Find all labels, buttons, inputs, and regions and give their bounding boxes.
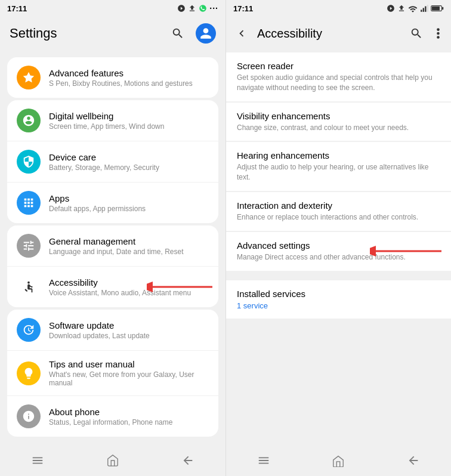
digital-wellbeing-title: Digital wellbeing	[49, 111, 209, 121]
apps-item[interactable]: Apps Default apps, App permissions	[7, 183, 218, 223]
advanced-features-text: Advanced features S Pen, Bixby Routines,…	[49, 68, 209, 88]
nav-home-icon	[106, 454, 119, 467]
left-status-icons: ···	[177, 4, 218, 13]
svg-rect-4	[421, 10, 422, 12]
camera-icon	[177, 4, 186, 13]
right-nav-back-button[interactable]	[400, 447, 427, 474]
svg-rect-9	[432, 7, 440, 11]
digital-wellbeing-icon-wrap	[17, 109, 41, 132]
wellbeing-card: Digital wellbeing Screen time, App timer…	[7, 100, 218, 223]
tips-item[interactable]: Tips and user manual What's new, Get mor…	[7, 351, 218, 396]
general-management-title: General management	[49, 236, 209, 246]
right-panel: 17:11	[225, 0, 451, 476]
right-signal-icon	[420, 4, 428, 13]
right-nav-menu-button[interactable]	[251, 447, 277, 474]
upload-icon	[188, 4, 196, 13]
nav-back-icon	[181, 454, 194, 467]
update-card: Software update Download updates, Last u…	[7, 310, 218, 437]
tips-subtitle: What's new, Get more from your Galaxy, U…	[49, 370, 209, 387]
svg-rect-6	[425, 7, 426, 12]
sliders-icon	[22, 239, 35, 252]
accessibility-icon-wrap	[17, 275, 41, 299]
apps-title: Apps	[49, 193, 209, 203]
general-management-text: General management Language and input, D…	[49, 236, 209, 256]
right-more-button[interactable]	[430, 25, 446, 42]
avatar-icon	[199, 27, 212, 40]
more-dots: ···	[209, 4, 218, 13]
info-icon	[22, 410, 35, 423]
digital-wellbeing-item[interactable]: Digital wellbeing Screen time, App timer…	[7, 100, 218, 141]
interaction-subtitle: Enhance or replace touch interactions an…	[237, 212, 440, 222]
visibility-item[interactable]: Visibility enhancements Change size, con…	[226, 103, 451, 142]
nav-home-button[interactable]	[100, 447, 126, 474]
right-status-icons	[387, 4, 444, 13]
tips-text: Tips and user manual What's new, Get mor…	[49, 359, 209, 387]
software-update-text: Software update Download updates, Last u…	[49, 320, 209, 340]
general-management-icon-wrap	[17, 234, 41, 258]
device-care-item[interactable]: Device care Battery, Storage, Memory, Se…	[7, 141, 218, 183]
advanced-features-title: Advanced features	[49, 68, 209, 78]
svg-point-12	[437, 32, 440, 35]
installed-services-title: Installed services	[237, 289, 440, 299]
nav-menu-button[interactable]	[24, 447, 51, 474]
digital-wellbeing-text: Digital wellbeing Screen time, App timer…	[49, 111, 209, 131]
device-care-icon	[22, 155, 35, 168]
general-management-subtitle: Language and input, Date and time, Reset	[49, 248, 209, 256]
apps-icon-wrap	[17, 191, 41, 215]
nav-menu-icon	[31, 454, 44, 467]
software-update-subtitle: Download updates, Last update	[49, 332, 209, 340]
software-update-icon-wrap	[17, 318, 41, 342]
accessibility-list: Screen reader Get spoken audio guidance …	[226, 50, 451, 445]
right-upload-icon	[397, 4, 406, 13]
interaction-item[interactable]: Interaction and dexterity Enhance or rep…	[226, 192, 451, 231]
wellbeing-icon	[22, 114, 35, 127]
left-nav-bar	[0, 445, 225, 476]
apps-icon	[22, 196, 35, 209]
right-header-icons	[408, 25, 446, 42]
right-battery-icon	[431, 4, 444, 13]
right-search-icon	[410, 27, 423, 40]
tips-title: Tips and user manual	[49, 359, 209, 369]
right-nav-home-button[interactable]	[325, 447, 351, 474]
advanced-features-item[interactable]: Advanced features S Pen, Bixby Routines,…	[7, 57, 218, 98]
screen-reader-subtitle: Get spoken audio guidance and special co…	[237, 73, 440, 93]
general-management-item[interactable]: General management Language and input, D…	[7, 225, 218, 267]
about-text: About phone Status, Legal information, P…	[49, 407, 209, 426]
nav-back-button[interactable]	[175, 447, 201, 474]
accessibility-item[interactable]: Accessibility Voice Assistant, Mono audi…	[7, 267, 218, 307]
left-red-arrow	[147, 276, 218, 298]
star-icon	[22, 71, 35, 84]
right-nav-menu-icon	[257, 454, 270, 467]
back-button[interactable]	[231, 23, 252, 44]
svg-point-0	[199, 5, 206, 12]
interaction-title: Interaction and dexterity	[237, 200, 440, 211]
about-item[interactable]: About phone Status, Legal information, P…	[7, 396, 218, 437]
advanced-features-subtitle: S Pen, Bixby Routines, Motions and gestu…	[49, 79, 209, 88]
visibility-title: Visibility enhancements	[237, 111, 440, 121]
left-search-button[interactable]	[169, 25, 186, 42]
installed-services-item[interactable]: Installed services 1 service	[226, 280, 451, 319]
left-avatar-button[interactable]	[196, 23, 216, 44]
svg-rect-5	[423, 8, 424, 11]
software-update-item[interactable]: Software update Download updates, Last u…	[7, 310, 218, 351]
device-care-text: Device care Battery, Storage, Memory, Se…	[49, 152, 209, 172]
device-care-subtitle: Battery, Storage, Memory, Security	[49, 163, 209, 172]
about-title: About phone	[49, 407, 209, 417]
installed-services-card: Installed services 1 service	[226, 280, 451, 319]
advanced-settings-item[interactable]: Advanced settings Manage Direct access a…	[226, 232, 451, 271]
update-icon	[22, 323, 35, 336]
hearing-title: Hearing enhancements	[237, 150, 440, 160]
right-more-icon	[437, 27, 440, 40]
screen-reader-item[interactable]: Screen reader Get spoken audio guidance …	[226, 52, 451, 102]
svg-rect-10	[442, 7, 443, 10]
right-search-button[interactable]	[408, 25, 425, 42]
right-red-arrow	[370, 240, 447, 262]
visibility-subtitle: Change size, contrast, and colour to mee…	[237, 123, 440, 133]
right-nav-bar	[226, 445, 451, 476]
right-top-bar: Accessibility	[226, 17, 451, 50]
left-status-bar: 17:11 ···	[0, 0, 225, 17]
hearing-item[interactable]: Hearing enhancements Adjust the audio to…	[226, 142, 451, 191]
svg-point-1	[27, 282, 30, 284]
right-camera-icon	[387, 4, 395, 13]
left-time: 17:11	[7, 4, 27, 13]
